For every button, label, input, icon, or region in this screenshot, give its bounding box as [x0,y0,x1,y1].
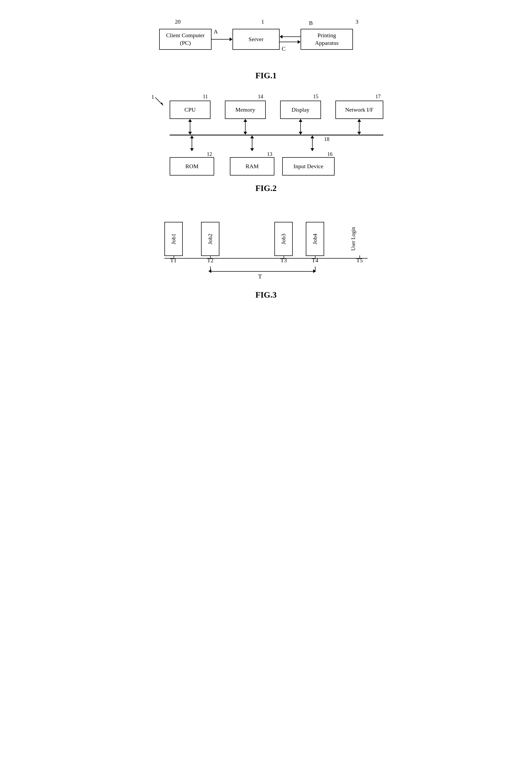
display-box: Display [280,101,321,119]
ref-B: B [309,20,313,26]
display-arrow-down [299,132,302,135]
rom-label: ROM [185,163,199,170]
ref-3: 3 [356,18,358,25]
cpu-label: CPU [185,106,196,114]
rom-box: ROM [170,157,214,175]
client-label: Client Computer(PC) [166,32,204,47]
arrowhead-right [230,37,233,41]
job2-box: Job2 [201,222,219,256]
arrow-C [280,40,300,44]
job3-box: Job3 [274,222,293,256]
network-arrow-line [359,122,360,132]
arrowhead-right-C [298,40,300,44]
memory-label: Memory [235,106,255,114]
bus-line [170,135,383,135]
job4-box: Job4 [306,222,324,256]
ram-arrow-down [250,148,254,151]
rom-arrow-down [190,148,194,151]
t-span-arrowhead-left [208,269,211,273]
ref-1: 1 [261,18,264,25]
fig2-label: FIG.2 [149,183,383,193]
network-label: Network I/F [345,106,373,114]
figure-3: Job1 Job2 Job3 Job4 User Login [149,206,383,300]
arrowhead-left-B [280,35,283,38]
arrow-B [280,35,300,38]
input-label: Input Device [293,163,323,170]
job2-label: Job2 [206,233,214,244]
fig1-label: FIG.1 [149,71,383,80]
ref-16: 16 [327,151,334,157]
display-arrow-up [299,119,302,122]
arrow-A [211,37,233,41]
t-span-right-tick [315,266,316,272]
t2-label: T2 [207,257,213,264]
ref-15: 15 [313,94,318,100]
t1-label: T1 [170,257,176,264]
ram-box: RAM [230,157,274,175]
t-span-line [210,271,316,272]
figure-1: 20 1 B 3 Client Computer(PC) A Server [149,16,383,80]
input-arrow-down [311,148,314,151]
job4-label: Job4 [311,233,319,244]
ref-12: 12 [207,151,214,157]
network-arrow-down [357,132,361,135]
ref-14: 14 [258,94,263,100]
network-box: Network I/F [335,101,383,119]
ref-20: 20 [175,18,181,25]
printing-apparatus-box: PrintingApparatus [300,29,353,50]
fig3-label: FIG.3 [149,290,383,300]
rom-arrow-up [190,135,194,138]
cpu-arrow-up [188,119,192,122]
rom-arrow-line [192,138,192,148]
timeline-axis [164,258,368,259]
ref-C: C [282,45,286,52]
memory-arrow-down [244,132,247,135]
figure-2: 1 11 14 15 17 [149,94,383,193]
memory-arrow-up [244,119,247,122]
T-span-label: T [258,273,262,280]
ref-17: 17 [376,94,381,100]
memory-box: Memory [225,101,266,119]
t5-label: T5 [356,257,363,264]
t-span-arrowhead-right [313,269,316,273]
ram-arrow-line [252,138,252,148]
ram-label: RAM [245,163,259,170]
ref-13: 13 [267,151,274,157]
cpu-box: CPU [170,101,210,119]
network-arrow-up [357,119,361,122]
job1-label: Job1 [170,233,178,244]
ref-A: A [214,28,218,35]
ram-arrow-up [250,135,254,138]
printer-label: PrintingApparatus [315,32,338,47]
server-box: Server [233,29,280,50]
t3-label: T3 [281,257,287,264]
ref-11: 11 [203,94,208,100]
cpu-arrow-line [190,122,190,132]
client-computer-box: Client Computer(PC) [159,29,211,50]
ref-18: 18 [324,136,330,142]
input-arrow-up [311,135,314,138]
job3-label: Job3 [280,233,288,244]
input-device-box: Input Device [282,157,334,175]
server-label: Server [248,36,263,43]
user-login-label: User Login [350,222,356,256]
fig2-ref1-arrow [153,96,168,109]
memory-arrow-line [245,122,245,132]
display-arrow-line [300,122,301,132]
cpu-arrow-down [188,132,192,135]
input-arrow-line [312,138,313,148]
job1-box: Job1 [164,222,183,256]
display-label: Display [291,106,309,114]
t4-label: T4 [312,257,318,264]
